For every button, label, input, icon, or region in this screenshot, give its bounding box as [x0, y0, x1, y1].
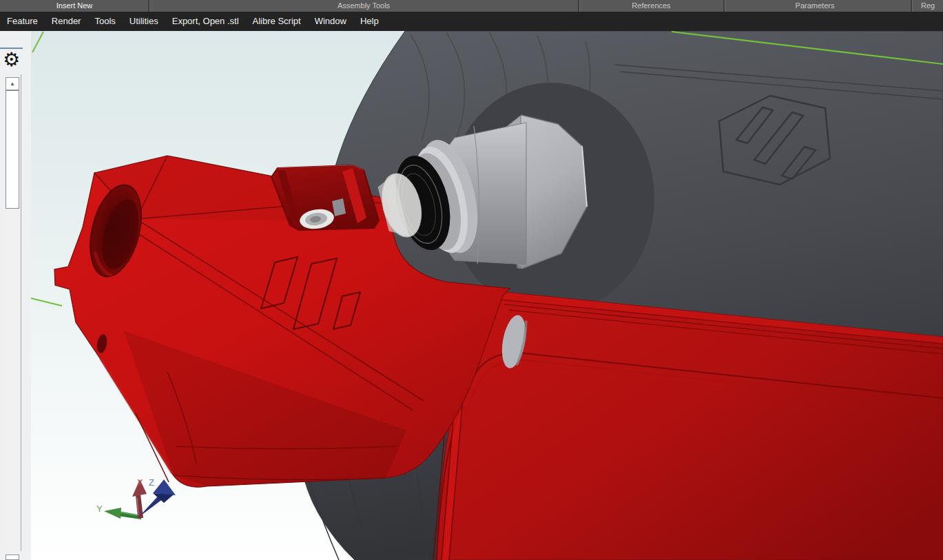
menu-bar: Feature Render Tools Utilities Export, O… — [0, 12, 943, 31]
menu-alibre-script[interactable]: Alibre Script — [246, 12, 308, 31]
toolbar-tab-reg-truncated[interactable]: Reg — [911, 0, 943, 12]
scrollbar-up-button[interactable]: ▲ — [6, 77, 19, 90]
alibre-design-window: Insert New Assembly Tools References Par… — [0, 0, 943, 560]
triad-y-label: Y — [96, 504, 103, 514]
toolbar-tab-references[interactable]: References — [579, 0, 724, 12]
scrollbar-thumb[interactable] — [6, 90, 19, 209]
sidebar-scrollbar[interactable]: ▲ — [6, 77, 19, 560]
toolbar-tab-strip: Insert New Assembly Tools References Par… — [0, 0, 943, 12]
menu-utilities[interactable]: Utilities — [123, 12, 165, 31]
sidebar-divider — [21, 74, 21, 551]
toolbar-divider — [723, 0, 725, 12]
toolbar-tab-label: Assembly Tools — [338, 1, 390, 10]
toolbar-tab-insert-new[interactable]: Insert New — [0, 0, 149, 12]
scrollbar-down-button[interactable] — [6, 554, 19, 560]
triad-x-label: X — [137, 477, 143, 488]
left-sidebar: ⚙ ▲ — [0, 31, 31, 560]
menu-feature[interactable]: Feature — [0, 12, 45, 31]
triad-z-label: Z — [149, 477, 154, 488]
gear-icon[interactable]: ⚙ — [3, 50, 20, 70]
toolbar-tab-label: Parameters — [796, 1, 835, 10]
up-arrow-icon: ▲ — [10, 81, 15, 87]
menu-export-open-stl[interactable]: Export, Open .stl — [165, 12, 246, 31]
menu-window[interactable]: Window — [308, 12, 353, 31]
menu-render[interactable]: Render — [45, 12, 88, 31]
toolbar-tab-parameters[interactable]: Parameters — [724, 0, 906, 12]
toolbar-tab-label: Insert New — [56, 1, 93, 10]
toolbar-divider — [578, 0, 580, 12]
toolbar-divider — [911, 0, 913, 12]
toolbar-tab-assembly-tools[interactable]: Assembly Tools — [149, 0, 579, 12]
toolbar-tab-label: Reg — [921, 1, 935, 10]
toolbar-tab-label: References — [632, 1, 670, 10]
menu-help[interactable]: Help — [353, 12, 386, 31]
toolbar-divider — [148, 0, 150, 12]
3d-viewport[interactable]: X Z Y — [31, 31, 943, 560]
viewport-canvas[interactable]: X Z Y — [31, 31, 943, 560]
menu-tools[interactable]: Tools — [87, 12, 122, 31]
